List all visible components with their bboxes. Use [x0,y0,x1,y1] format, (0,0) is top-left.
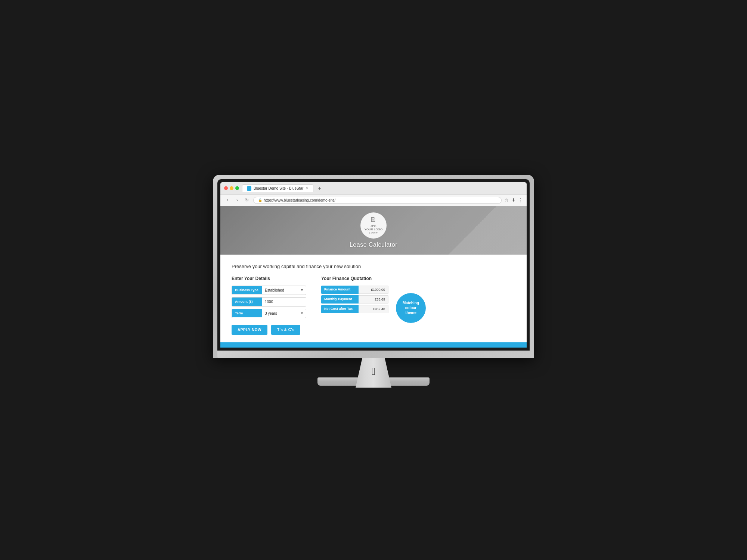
url-text: https://www.bluestarleasing.com/demo-sit… [264,198,335,202]
website-content: 🗎 JPG YOUR LOGO HERE Lease Calculator Pr… [220,206,527,348]
form-section-title: Enter Your Details [232,276,306,281]
refresh-button[interactable]: ↻ [244,197,250,203]
browser-chrome: Bluestar Demo Site - BlueStar ✕ + ‹ › ↻ … [220,182,527,348]
browser-titlebar: Bluestar Demo Site - BlueStar ✕ + [220,182,527,195]
net-cost-row: Net Cost after Tax £962.40 [321,305,388,313]
minimize-window-button[interactable] [230,186,233,190]
window-controls [224,186,239,190]
matching-colour-bubble: Matching colour theme [396,293,426,323]
finance-amount-value: £1000.00 [359,286,388,294]
address-bar[interactable]: 🔒 https://www.bluestarleasing.com/demo-s… [253,197,502,204]
net-cost-value: £962.40 [359,305,388,313]
business-type-arrow-icon: ▼ [298,288,306,292]
bubble-text: Matching colour theme [403,301,419,315]
net-cost-label: Net Cost after Tax [321,305,359,313]
preserve-text: Preserve your working capital and financ… [232,264,515,269]
browser-nav-icons: ☆ ⬇ ⋮ [505,197,523,203]
monitor-bottom-bezel [217,351,530,358]
term-select[interactable]: 1 year 2 years 3 years 4 years 5 years [262,309,298,318]
scene: Bluestar Demo Site - BlueStar ✕ + ‹ › ↻ … [205,175,542,386]
finance-amount-row: Finance Amount £1000.00 [321,286,388,294]
logo-circle: 🗎 JPG YOUR LOGO HERE [360,212,387,239]
form-left: Enter Your Details Business Type Establi… [232,276,306,335]
ssl-lock-icon: 🔒 [258,198,262,202]
forward-button[interactable]: › [234,197,241,203]
footer-bar [220,342,527,348]
monthly-payment-value: £33.69 [359,295,388,304]
logo-doc-icon: 🗎 [370,216,377,224]
term-group: Term 1 year 2 years 3 years 4 years 5 ye… [232,309,306,318]
finance-table: Finance Amount £1000.00 Monthly Payment … [321,286,388,315]
maximize-window-button[interactable] [235,186,239,190]
logo-text: JPG YOUR LOGO HERE [365,224,382,235]
main-content: Preserve your working capital and financ… [220,255,527,342]
new-tab-button[interactable]: + [316,185,322,191]
form-right-inner: Finance Amount £1000.00 Monthly Payment … [321,286,515,323]
monitor: Bluestar Demo Site - BlueStar ✕ + ‹ › ↻ … [213,175,534,358]
hero-diagonal [444,206,527,255]
amount-group: Amount (£) [232,297,306,307]
menu-icon[interactable]: ⋮ [518,197,523,203]
form-right: Your Finance Quotation Finance Amount £1… [321,276,515,323]
monitor-bezel: Bluestar Demo Site - BlueStar ✕ + ‹ › ↻ … [217,179,530,351]
hero-title: Lease Calculator [350,242,397,248]
amount-label: Amount (£) [232,298,262,306]
download-icon[interactable]: ⬇ [512,197,515,203]
term-label: Term [232,309,262,317]
tcs-button[interactable]: T's & C's [271,325,301,335]
tab-title: Bluestar Demo Site - BlueStar [254,186,303,190]
back-button[interactable]: ‹ [224,197,231,203]
tab-favicon [247,186,251,191]
buttons-row: APPLY NOW T's & C's [232,325,306,335]
amount-input[interactable] [262,298,306,306]
finance-amount-label: Finance Amount [321,286,359,294]
business-type-group: Business Type Established Start-up Sole … [232,286,306,295]
apply-now-button[interactable]: APPLY NOW [232,325,267,335]
hero-section: 🗎 JPG YOUR LOGO HERE Lease Calculator [220,206,527,255]
monthly-payment-label: Monthly Payment [321,295,359,304]
close-window-button[interactable] [224,186,228,190]
form-section: Enter Your Details Business Type Establi… [232,276,515,335]
browser-tab-active[interactable]: Bluestar Demo Site - BlueStar ✕ [242,184,313,192]
monthly-payment-row: Monthly Payment £33.69 [321,295,388,304]
bookmark-icon[interactable]: ☆ [505,197,509,203]
term-arrow-icon: ▼ [298,311,306,315]
quotation-section-title: Your Finance Quotation [321,276,515,281]
business-type-label: Business Type [232,286,262,294]
tab-close-button[interactable]: ✕ [306,186,309,190]
browser-nav: ‹ › ↻ 🔒 https://www.bluestarleasing.com/… [220,195,527,206]
apple-logo-icon:  [372,365,375,377]
business-type-select[interactable]: Established Start-up Sole Trader [262,286,298,295]
